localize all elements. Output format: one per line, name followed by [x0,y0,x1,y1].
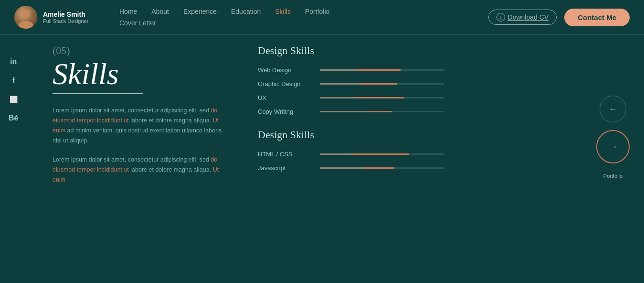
section-title: Skills [53,59,229,89]
skill-row-graphic-design: Graphic Design [258,80,615,87]
download-cv-button[interactable]: ↓ Download CV [488,10,557,25]
nav-row2: Cover Letter [119,17,156,29]
avatar [14,6,37,29]
skill-bar-fill2-web-design [320,69,357,71]
skill-name-graphic-design: Graphic Design [258,80,310,87]
skill-bar-fill2-copy-writing [320,111,367,112]
design-skills-heading-1: Design Skills [258,44,615,57]
left-section: (05) Skills Lorem ipsum dolor sit amet, … [29,44,229,194]
profile-text: Amelie Smith Full Stack Designer [43,11,88,24]
skill-row-javascript: Javascript [258,164,615,172]
header-actions: ↓ Download CV Contact Me [488,9,630,26]
nav-cover-letter[interactable]: Cover Letter [119,17,156,29]
instagram-icon[interactable]: ⬜ [9,96,18,103]
skill-bar-bg-html-css [320,153,444,155]
download-cv-label: Download CV [508,13,549,21]
design-skills-block-2: Design Skills HTML / CSS Javascript [258,129,615,172]
profile-name: Amelie Smith [43,11,88,18]
skill-name-web-design: Web Design [258,66,310,74]
description-1: Lorem ipsum dolor sit amet, consectetur … [53,106,229,146]
skill-row-copy-writing: Copy Writing [258,108,615,115]
skill-name-copy-writing: Copy Writing [258,108,310,115]
profile-area: Amelie Smith Full Stack Designer [14,6,110,29]
section-number: (05) [53,44,229,57]
profile-role: Full Stack Designer [43,18,88,24]
description-2: Lorem ipsum dolor sit amet, consectetur … [53,155,229,185]
facebook-icon[interactable]: f [9,76,18,85]
skill-name-javascript: Javascript [258,164,310,172]
skill-bar-fill2-ux [320,97,355,98]
main-nav: Home About Experience Education Skills P… [119,6,488,29]
skill-row-web-design: Web Design [258,66,615,74]
nav-arrows: ← → Portfolio [596,96,630,179]
behance-icon[interactable]: Bé [9,114,18,122]
nav-experience[interactable]: Experience [183,6,217,17]
header: Amelie Smith Full Stack Designer Home Ab… [0,0,644,35]
right-section: Design Skills Web Design Graphic Design … [258,44,615,194]
nav-home[interactable]: Home [119,6,137,17]
skill-name-ux: UX [258,94,310,101]
social-sidebar: in f ⬜ Bé [9,57,18,122]
portfolio-label: Portfolio [603,173,623,179]
skill-bar-bg-copy-writing [320,111,444,112]
nav-about[interactable]: About [151,6,169,17]
skill-row-html-css: HTML / CSS [258,151,615,158]
next-arrow-button[interactable]: → [596,130,630,163]
skill-bar-bg-graphic-design [320,83,444,85]
skill-row-ux: UX [258,94,615,101]
linkedin-icon[interactable]: in [9,57,18,66]
nav-row1: Home About Experience Education Skills P… [119,6,488,17]
nav-skills[interactable]: Skills [275,6,291,17]
title-underline [53,93,143,94]
nav-portfolio[interactable]: Portfolio [305,6,329,17]
skill-bar-bg-ux [320,97,444,98]
main-content: (05) Skills Lorem ipsum dolor sit amet, … [0,35,644,203]
design-skills-block-1: Design Skills Web Design Graphic Design … [258,44,615,115]
skill-bar-fill2-javascript [320,167,363,169]
skill-bar-fill2-html-css [320,153,351,155]
prev-arrow-button[interactable]: ← [600,96,626,122]
contact-button[interactable]: Contact Me [564,9,630,26]
skill-name-html-css: HTML / CSS [258,151,310,158]
skill-bar-bg-web-design [320,69,444,71]
skill-bar-bg-javascript [320,167,444,169]
nav-education[interactable]: Education [231,6,261,17]
skill-bar-fill2-graphic-design [320,83,361,85]
design-skills-heading-2: Design Skills [258,129,615,141]
download-icon: ↓ [496,13,505,22]
